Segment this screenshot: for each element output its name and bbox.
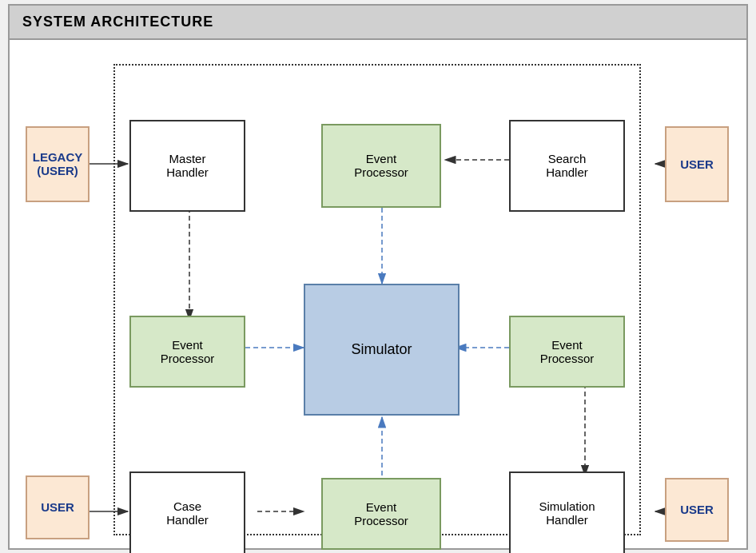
user-bottom-left-box: USER [26,475,90,539]
event-processor-top-label: Event Processor [354,152,408,179]
search-handler-label: Search Handler [546,152,588,179]
diagram-body: Event Processor Left --> Simulator --> S… [10,40,746,548]
legacy-user-label: LEGACY (USER) [33,150,83,177]
search-handler-box: Search Handler [509,120,625,212]
simulation-handler-label: Simulation Handler [539,499,595,527]
diagram-wrapper: SYSTEM ARCHITECTURE [8,4,748,550]
master-handler-box: Master Handler [129,120,245,212]
user-bottom-left-label: USER [41,500,74,514]
legacy-user-box: LEGACY (USER) [26,126,90,202]
event-processor-top-box: Event Processor [321,124,441,208]
diagram-title: SYSTEM ARCHITECTURE [10,6,746,40]
simulator-box: Simulator [304,284,460,416]
user-bottom-right-label: USER [680,503,714,516]
event-processor-right-box: Event Processor [509,316,625,388]
simulation-handler-box: Simulation Handler [509,471,625,554]
user-bottom-right-box: USER [665,478,729,542]
event-processor-left-label: Event Processor [161,338,215,365]
case-handler-box: Case Handler [129,471,245,554]
case-handler-label: Case Handler [166,499,209,527]
user-top-right-label: USER [680,157,714,171]
master-handler-label: Master Handler [166,152,209,179]
event-processor-right-label: Event Processor [540,338,595,365]
simulator-label: Simulator [351,341,412,358]
event-processor-left-box: Event Processor [129,316,245,388]
event-processor-bottom-box: Event Processor [321,478,441,550]
user-top-right-box: USER [665,126,729,202]
event-processor-bottom-label: Event Processor [354,500,408,527]
